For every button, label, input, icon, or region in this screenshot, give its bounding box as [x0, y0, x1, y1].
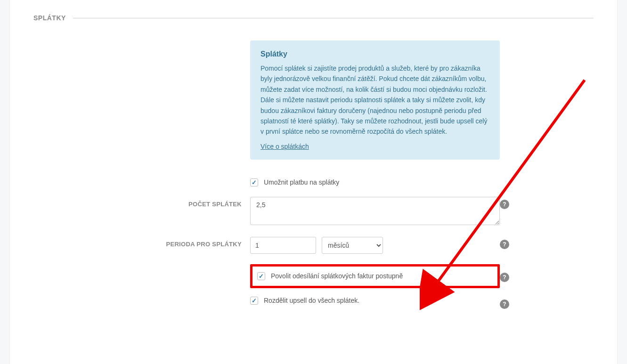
gradual-invoices-label: Povolit odesílání splátkových faktur pos… [271, 272, 403, 280]
installment-count-input[interactable] [250, 197, 500, 225]
row-installment-count: POČET SPLÁTEK ? [33, 197, 594, 226]
info-box-title: Splátky [261, 50, 489, 58]
help-icon[interactable]: ? [500, 240, 509, 249]
gradual-invoices-checkbox[interactable] [257, 272, 265, 280]
section-title: SPLÁTKY [33, 14, 66, 22]
split-upsell-label: Rozdělit upsell do všech splátek. [264, 297, 359, 304]
row-enable-installments: Umožnit platbu na splátky [33, 178, 594, 186]
row-installment-period: PERIODA PRO SPLÁTKY měsíců ? [33, 237, 594, 254]
info-box-link[interactable]: Více o splátkách [261, 143, 309, 150]
row-gradual-invoices: Povolit odesílání splátkových faktur pos… [33, 264, 594, 288]
annotation-highlight-box: Povolit odesílání splátkových faktur pos… [250, 264, 500, 288]
split-upsell-checkbox[interactable] [250, 297, 258, 305]
enable-installments-label: Umožnit platbu na splátky [264, 178, 339, 186]
settings-panel: SPLÁTKY Splátky Pomocí splátek si zajist… [9, 0, 618, 364]
enable-installments-checkbox[interactable] [250, 178, 258, 186]
installment-period-label: PERIODA PRO SPLÁTKY [33, 237, 250, 248]
section-header: SPLÁTKY [33, 0, 594, 22]
info-box: Splátky Pomocí splátek si zajistíte prod… [250, 40, 500, 160]
help-icon[interactable]: ? [500, 200, 509, 209]
period-unit-select[interactable]: měsíců [322, 237, 383, 254]
help-icon[interactable]: ? [500, 273, 509, 282]
info-box-text: Pomocí splátek si zajistíte prodej produ… [261, 63, 489, 137]
row-split-upsell: Rozdělit upsell do všech splátek. ? [33, 297, 594, 309]
help-icon[interactable]: ? [500, 299, 509, 309]
period-number-input[interactable] [250, 237, 316, 254]
installment-count-label: POČET SPLÁTEK [33, 197, 250, 208]
section-divider [73, 18, 594, 18]
